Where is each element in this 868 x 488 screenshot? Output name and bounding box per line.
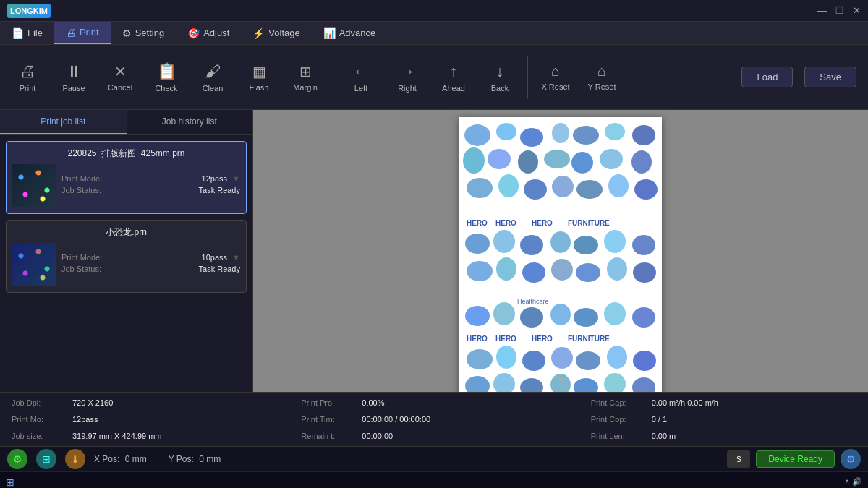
job-row-1: Print Mode: 12pass ▼ Job Status: Task Re…: [12, 164, 240, 207]
left-panel: Print job list Job history list 220825_排…: [0, 110, 253, 392]
scroll-down-icon[interactable]: ▼: [555, 373, 566, 386]
ahead-button[interactable]: ↑ Ahead: [432, 48, 475, 106]
save-button[interactable]: Save: [804, 67, 856, 87]
device-ready-button[interactable]: Device Ready: [756, 450, 835, 468]
status-progress-row: Print Pro: 0.00%: [301, 398, 566, 407]
svg-point-15: [467, 178, 493, 198]
y-pos-value: 0 mm: [199, 454, 221, 464]
right-icon: →: [399, 62, 415, 81]
load-button[interactable]: Load: [741, 67, 793, 87]
windows-logo[interactable]: ⊞: [6, 476, 14, 488]
ahead-icon: ↑: [450, 62, 458, 81]
status-mode-row: Print Mo: 12pass: [12, 415, 277, 424]
pause-button[interactable]: ⏸ Pause: [52, 48, 95, 106]
svg-point-45: [574, 308, 598, 327]
file-icon: 📄: [12, 27, 24, 39]
svg-point-14: [631, 150, 652, 174]
menu-file[interactable]: 📄 File: [0, 22, 54, 44]
xreset-button[interactable]: ⌂ X Reset: [534, 48, 577, 106]
usb-icon: S: [727, 450, 750, 468]
titlebar: LONGKIM — ❐ ✕: [0, 0, 868, 22]
bottombar: ⚙ ⊞ 🌡 X Pos: 0 mm Y Pos: 0 mm S Device R…: [0, 446, 868, 471]
menu-advance[interactable]: 📊 Advance: [312, 22, 388, 44]
svg-text:HERO: HERO: [532, 219, 553, 227]
preview-image: HERO HERO HERO FURNITURE: [459, 117, 662, 392]
tab-job-history[interactable]: Job history list: [127, 110, 253, 134]
menu-setting[interactable]: ⚙ Setting: [111, 22, 176, 44]
xreset-icon: ⌂: [551, 63, 560, 80]
minimize-button[interactable]: —: [817, 5, 827, 16]
toolbar: 🖨 Print ⏸ Pause ✕ Cancel 📋 Check 🖌 Clean…: [0, 45, 868, 110]
svg-text:HERO: HERO: [495, 219, 516, 227]
app-logo: LONGKIM: [7, 4, 51, 18]
settings-icon-button[interactable]: ⚙: [841, 449, 861, 469]
menu-voltage[interactable]: ⚡ Voltage: [241, 22, 311, 44]
status-dpi-row: Job Dpi: 720 X 2160: [12, 398, 277, 407]
print-button[interactable]: 🖨 Print: [6, 48, 49, 106]
left-button[interactable]: ← Left: [339, 48, 383, 106]
back-button[interactable]: ↓ Back: [478, 48, 522, 106]
svg-point-6: [605, 123, 625, 140]
job-thumb-image-1: [12, 164, 56, 207]
taskbar-left: ⊞: [6, 476, 14, 488]
job-row-2: Print Mode: 10pass ▼ Job Status: Task Re…: [12, 243, 240, 286]
job-details-2: Print Mode: 10pass ▼ Job Status: Task Re…: [61, 253, 240, 276]
tool-icon-2[interactable]: ⊞: [36, 449, 56, 469]
menu-print[interactable]: 🖨 Print: [54, 22, 111, 44]
tool-icon-1[interactable]: ⚙: [7, 449, 27, 469]
job-filename-1: 220825_排版新图_425mm.prn: [12, 147, 240, 160]
svg-point-54: [522, 351, 545, 371]
svg-point-7: [632, 125, 655, 145]
close-button[interactable]: ✕: [853, 5, 861, 16]
svg-point-44: [550, 304, 571, 325]
advance-icon: 📊: [323, 27, 336, 39]
svg-point-47: [632, 307, 655, 328]
tab-print-job[interactable]: Print job list: [0, 110, 127, 134]
status-col-2: Print Pro: 0.00% Print Tim: 00:00:00 / 0…: [301, 398, 566, 440]
job-item-1[interactable]: 220825_排版新图_425mm.prn Print Mode: 12pass…: [6, 141, 247, 214]
titlebar-controls[interactable]: — ❐ ✕: [817, 5, 861, 16]
tool-icon-3[interactable]: 🌡: [65, 449, 85, 469]
menubar: 📄 File 🖨 Print ⚙ Setting 🎯 Adjust ⚡ Volt…: [0, 22, 868, 45]
job-item-2[interactable]: 小恐龙.prn Print Mode: 10pass ▼: [6, 220, 247, 293]
check-button[interactable]: 📋 Check: [145, 48, 188, 106]
svg-point-39: [633, 262, 656, 283]
margin-button[interactable]: ⊞ Margin: [284, 48, 327, 106]
flash-icon: ▦: [252, 63, 266, 80]
print-toolbar-icon: 🖨: [20, 62, 35, 81]
right-button[interactable]: → Right: [386, 48, 429, 106]
svg-point-31: [604, 230, 626, 253]
svg-point-38: [607, 257, 627, 281]
menu-adjust[interactable]: 🎯 Adjust: [176, 22, 241, 44]
job-thumbnail-2: [12, 243, 56, 286]
cancel-icon: ✕: [114, 63, 127, 80]
svg-point-56: [576, 351, 600, 370]
svg-point-9: [488, 149, 511, 169]
check-icon: 📋: [157, 62, 176, 81]
svg-point-5: [573, 126, 599, 145]
svg-point-26: [465, 234, 490, 254]
job-filename-2: 小恐龙.prn: [12, 226, 240, 239]
status-copies-row: Print Cop: 0 / 1: [591, 415, 856, 424]
canvas-area[interactable]: HERO HERO HERO FURNITURE: [253, 110, 868, 392]
y-pos-label: Y Pos: 0 mm: [169, 454, 221, 464]
status-cap-row: Print Cap: 0.00 m²/h 0.00 m/h: [591, 398, 856, 407]
back-icon: ↓: [496, 62, 504, 81]
svg-point-3: [520, 128, 543, 147]
cancel-button[interactable]: ✕ Cancel: [98, 48, 142, 106]
svg-point-55: [551, 347, 573, 369]
clean-button[interactable]: 🖌 Clean: [191, 48, 234, 106]
device-status-area: S Device Ready ⚙: [727, 449, 861, 469]
svg-point-35: [522, 262, 545, 283]
job-mode-value-1: 12pass ▼: [202, 174, 240, 183]
svg-point-46: [604, 302, 626, 325]
job-status-row-2: Job Status: Task Ready: [61, 265, 240, 273]
flash-button[interactable]: ▦ Flash: [237, 48, 281, 106]
maximize-button[interactable]: ❐: [835, 5, 844, 16]
status-col-1: Job Dpi: 720 X 2160 Print Mo: 12pass Job…: [12, 398, 277, 440]
job-mode-value-2: 10pass ▼: [202, 253, 240, 262]
main-content: Print job list Job history list 220825_排…: [0, 110, 868, 392]
job-mode-row-1: Print Mode: 12pass ▼: [61, 174, 240, 183]
system-tray: ∧ 🔊: [844, 477, 862, 487]
yreset-button[interactable]: ⌂ Y Reset: [580, 48, 624, 106]
